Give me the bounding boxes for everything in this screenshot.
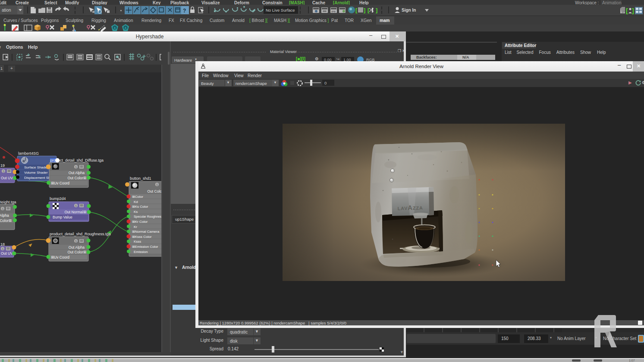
svg-text:?: ? — [183, 8, 186, 14]
svg-text:Specular Roughness: Specular Roughness — [134, 215, 161, 218]
svg-text:[: [ — [355, 7, 358, 13]
svg-text:_shd_Height.tga: _shd_Height.tga — [0, 200, 16, 204]
svg-text:product_detail_shd_Roughness.t: product_detail_shd_Roughness.tga — [50, 232, 111, 236]
svg-text:⊞Kr Color: ⊞Kr Color — [132, 220, 148, 224]
svg-text:[: [ — [626, 7, 628, 14]
svg-text:⊞Normal Camera: ⊞Normal Camera — [132, 230, 160, 234]
svg-text:Ks: Ks — [134, 210, 138, 214]
svg-text:Ksss: Ksss — [134, 240, 141, 243]
svg-text:Emission: Emission — [134, 250, 148, 254]
svg-text:]: ] — [632, 7, 634, 14]
svg-text:button_shd1: button_shd1 — [130, 176, 151, 181]
svg-text:Volume Shader: Volume Shader — [24, 171, 48, 175]
svg-text:Out Color⊞: Out Color⊞ — [68, 250, 87, 254]
svg-text:Out Color⊞: Out Color⊞ — [68, 176, 87, 180]
svg-text:]: ] — [364, 7, 365, 13]
svg-text:Out Colo: Out Colo — [147, 189, 161, 193]
svg-text:⊞Color: ⊞Color — [132, 195, 143, 199]
svg-text:Bump Value: Bump Value — [53, 215, 72, 219]
svg-text:Sign In: Sign In — [402, 8, 416, 12]
svg-text:Out Normal⊞: Out Normal⊞ — [64, 210, 86, 214]
svg-text:Kd: Kd — [134, 200, 138, 204]
svg-text:[: [ — [368, 7, 370, 13]
svg-text:Out Alpha: Out Alpha — [69, 245, 85, 250]
svg-text:ation: ation — [2, 8, 11, 12]
svg-text:bump2d4: bump2d4 — [50, 197, 66, 201]
svg-text:ut Color⊞: ut Color⊞ — [0, 218, 12, 223]
svg-text:S: S — [156, 183, 158, 186]
svg-text:⊞Emission Color: ⊞Emission Color — [132, 245, 158, 249]
svg-text:No Live Surface: No Live Surface — [266, 8, 295, 12]
svg-text:]: ] — [376, 7, 377, 13]
svg-text:19: 19 — [0, 163, 5, 168]
svg-text:ut Alpha: ut Alpha — [0, 213, 9, 218]
svg-text:⊞Ksss Color: ⊞Ksss Color — [132, 235, 152, 239]
svg-text:Surface Shader: Surface Shader — [24, 165, 48, 169]
svg-text:⊞Uv Coord: ⊞Uv Coord — [51, 181, 69, 185]
svg-text:⊞Ks Color: ⊞Ks Color — [132, 205, 148, 209]
svg-text:IPR: IPR — [331, 10, 336, 13]
svg-text:Out Alpha: Out Alpha — [69, 171, 85, 175]
svg-text:lambert4SG: lambert4SG — [18, 151, 39, 156]
svg-text:Kr: Kr — [134, 225, 137, 229]
svg-text:⊞Uv Coord: ⊞Uv Coord — [51, 255, 69, 259]
